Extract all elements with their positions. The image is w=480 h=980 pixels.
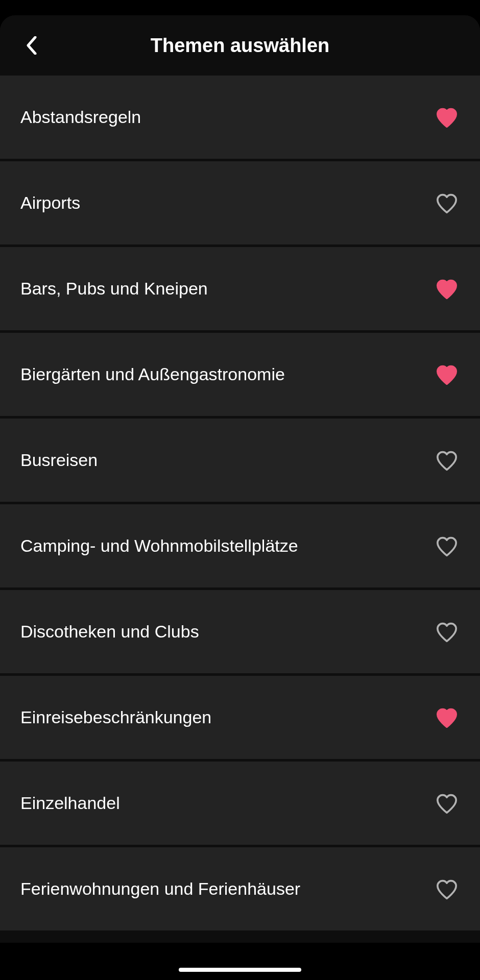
topic-item[interactable]: Busreisen (0, 419, 480, 502)
favorite-toggle[interactable] (434, 190, 460, 216)
favorite-toggle[interactable] (434, 362, 460, 387)
topic-label: Airports (20, 193, 80, 213)
favorite-toggle[interactable] (434, 705, 460, 730)
heart-icon (436, 193, 458, 213)
topic-label: Einreisebeschränkungen (20, 707, 211, 727)
topic-item[interactable]: Einzelhandel (0, 762, 480, 845)
topic-item[interactable]: Airports (0, 161, 480, 244)
heart-icon (436, 879, 458, 899)
favorite-toggle[interactable] (434, 105, 460, 130)
topic-label: Abstandsregeln (20, 107, 141, 127)
topic-label: Busreisen (20, 450, 98, 470)
favorite-toggle[interactable] (434, 876, 460, 902)
heart-icon (436, 622, 458, 642)
heart-icon (436, 279, 458, 299)
heart-icon (436, 107, 458, 128)
favorite-toggle[interactable] (434, 276, 460, 302)
topic-item[interactable]: Discotheken und Clubs (0, 590, 480, 673)
topic-label: Discotheken und Clubs (20, 622, 199, 642)
favorite-toggle[interactable] (434, 619, 460, 645)
heart-icon (436, 707, 458, 728)
header: Themen auswählen (0, 15, 480, 76)
heart-icon (436, 793, 458, 814)
heart-icon (436, 536, 458, 556)
bottom-bar (0, 943, 480, 980)
topic-item[interactable]: Ferienwohnungen und Ferienhäuser (0, 847, 480, 930)
heart-icon (436, 364, 458, 385)
home-indicator[interactable] (179, 968, 301, 972)
favorite-toggle[interactable] (434, 533, 460, 559)
heart-icon (436, 450, 458, 471)
topic-item[interactable]: Bars, Pubs und Kneipen (0, 247, 480, 330)
topic-item[interactable]: Biergärten und Außengastronomie (0, 333, 480, 416)
chevron-left-icon (26, 36, 37, 55)
topic-label: Ferienwohnungen und Ferienhäuser (20, 879, 300, 899)
topic-item[interactable]: Camping- und Wohnmobilstellplätze (0, 504, 480, 587)
topics-list: Abstandsregeln Airports Bars, Pubs und K… (0, 76, 480, 930)
topic-item[interactable]: Einreisebeschränkungen (0, 676, 480, 759)
favorite-toggle[interactable] (434, 791, 460, 816)
topic-label: Bars, Pubs und Kneipen (20, 279, 208, 299)
favorite-toggle[interactable] (434, 448, 460, 473)
topic-label: Camping- und Wohnmobilstellplätze (20, 536, 298, 556)
app-container: Themen auswählen Abstandsregeln Airports… (0, 15, 480, 980)
back-button[interactable] (21, 35, 42, 56)
topic-label: Einzelhandel (20, 793, 120, 813)
topic-label: Biergärten und Außengastronomie (20, 364, 285, 384)
page-title: Themen auswählen (151, 35, 330, 57)
topic-item[interactable]: Abstandsregeln (0, 76, 480, 159)
